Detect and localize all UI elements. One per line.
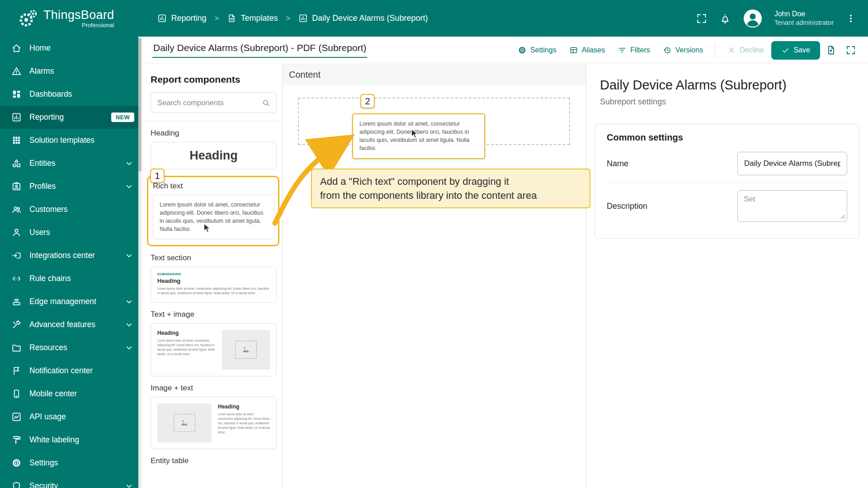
versions-history-icon xyxy=(663,46,672,55)
section-label-entity-table: Entity table xyxy=(151,456,277,465)
fullscreen-icon xyxy=(696,13,708,24)
fullscreen-button[interactable] xyxy=(696,13,708,24)
report-title: Daily Device Alarms (Subreport) - PDF (S… xyxy=(152,42,367,58)
component-card-rich-text[interactable]: Lorem ipsum dolor sit amet, consectetur … xyxy=(153,195,274,239)
component-card-image-text[interactable]: Heading Lorem ipsum dolor sit amet, cons… xyxy=(151,397,277,449)
sidebar-item-settings[interactable]: Settings xyxy=(0,451,142,474)
content-header: Content xyxy=(283,64,586,85)
sidebar-item-users[interactable]: Users xyxy=(0,221,142,244)
sidebar-item-label: Dashboards xyxy=(29,89,72,99)
image-placeholder xyxy=(222,330,270,370)
sidebar-item-label: Resources xyxy=(29,343,67,352)
api-usage-chart-icon xyxy=(11,412,22,422)
text-image-text: Heading Lorem ipsum dolor sit amet, cons… xyxy=(157,330,216,357)
save-button[interactable]: Save xyxy=(771,41,820,60)
sidebar-item-label: Home xyxy=(29,43,51,53)
breadcrumb-label: Templates xyxy=(241,14,278,23)
sidebar-item-edge-management[interactable]: Edge management xyxy=(0,290,142,313)
description-textarea[interactable]: Set xyxy=(737,190,847,222)
app-root: ThingsBoard Professional Reporting > Tem… xyxy=(0,0,868,488)
decline-button[interactable]: Decline xyxy=(722,42,769,58)
breadcrumb-item-subreport[interactable]: Daily Device Alarms (Subreport) xyxy=(298,14,428,23)
sidebar: Home Alarms Dashboards Reporting NEW Sol… xyxy=(0,37,142,488)
sidebar-item-customers[interactable]: Customers xyxy=(0,198,142,221)
sidebar-item-profiles[interactable]: Profiles xyxy=(0,175,142,198)
breadcrumb-item-templates[interactable]: Templates xyxy=(227,14,278,23)
settings-button[interactable]: Settings xyxy=(512,42,562,58)
generate-report-button[interactable] xyxy=(822,41,840,59)
sidebar-item-mobile-center[interactable]: Mobile center xyxy=(0,382,142,405)
sidebar-item-integrations-center[interactable]: Integrations center xyxy=(0,244,142,267)
customers-icon xyxy=(11,204,22,215)
text-section-heading: Heading xyxy=(157,277,270,284)
sidebar-item-label: Notification center xyxy=(29,366,93,375)
sidebar-item-security[interactable]: Security xyxy=(0,474,142,488)
sidebar-item-reporting[interactable]: Reporting NEW xyxy=(0,106,142,129)
sidebar-item-label: Settings xyxy=(29,458,58,468)
dashboards-icon xyxy=(11,89,22,99)
sidebar-item-rule-chains[interactable]: Rule chains xyxy=(0,267,142,290)
step-2-badge: 2 xyxy=(360,94,375,108)
filters-button-label: Filters xyxy=(630,46,650,54)
sidebar-item-label: Mobile center xyxy=(29,389,77,399)
name-input[interactable] xyxy=(737,152,847,175)
sidebar-item-notification-center[interactable]: Notification center xyxy=(0,359,142,382)
sidebar-item-solution-templates[interactable]: Solution templates xyxy=(0,129,142,152)
sidebar-item-label: Rule chains xyxy=(29,274,71,283)
user-name: John Doe xyxy=(774,9,834,19)
component-card-text-section[interactable]: SUBHEADING Heading Lorem ipsum dolor sit… xyxy=(151,267,277,303)
sidebar-item-entities[interactable]: Entities xyxy=(0,152,142,175)
component-card-text-image[interactable]: Heading Lorem ipsum dolor sit amet, cons… xyxy=(151,323,277,376)
common-settings-title: Common settings xyxy=(607,132,847,143)
section-label-rich-text: Rich text xyxy=(153,182,274,191)
sidebar-item-api-usage[interactable]: API usage xyxy=(0,405,142,428)
brand-text: ThingsBoard Professional xyxy=(43,8,114,28)
filters-button[interactable]: Filters xyxy=(612,42,656,58)
dropped-rich-text-component[interactable]: Lorem ipsum dolor sit amet, consectetur … xyxy=(352,113,485,159)
content-area: Content 2 Lorem ipsum dolor sit amet, co… xyxy=(283,64,586,488)
description-row: Description Set xyxy=(607,183,847,229)
sidebar-item-white-labeling[interactable]: White labeling xyxy=(0,428,142,451)
filters-icon xyxy=(618,46,627,55)
templates-icon xyxy=(227,14,236,23)
report-toolbar: Daily Device Alarms (Subreport) - PDF (S… xyxy=(142,37,868,64)
image-placeholder-frame xyxy=(174,414,195,432)
settings-gear-icon xyxy=(11,458,22,468)
text-image-heading: Heading xyxy=(157,330,216,336)
content-title: Content xyxy=(289,70,321,80)
image-text-body: Lorem ipsum dolor sit amet, consectetur … xyxy=(218,412,270,435)
sidebar-item-alarms[interactable]: Alarms xyxy=(0,60,142,83)
common-settings-card: Common settings Name Description Set xyxy=(594,124,859,239)
sidebar-item-resources[interactable]: Resources xyxy=(0,336,142,359)
thingsboard-logo[interactable]: ThingsBoard Professional xyxy=(18,8,114,28)
sidebar-item-label: Reporting xyxy=(29,113,64,122)
toolbar-actions: Settings Aliases Filters Versions Declin… xyxy=(512,41,860,60)
breadcrumb-label: Reporting xyxy=(171,14,206,23)
notifications-button[interactable] xyxy=(719,13,731,24)
breadcrumb-item-reporting[interactable]: Reporting xyxy=(157,14,206,23)
subreport-icon xyxy=(298,14,308,23)
versions-button[interactable]: Versions xyxy=(657,42,708,58)
user-info: John Doe Tenant administrator xyxy=(774,9,834,27)
new-badge: NEW xyxy=(111,113,134,122)
component-card-heading[interactable]: Heading xyxy=(151,142,277,169)
save-check-icon xyxy=(781,46,790,55)
more-menu-button[interactable] xyxy=(845,13,856,24)
textarea-resize-icon[interactable] xyxy=(840,214,845,219)
notifications-bell-icon xyxy=(719,13,731,24)
sidebar-item-label: Alarms xyxy=(29,66,54,76)
search-input[interactable] xyxy=(157,99,258,107)
sidebar-item-home[interactable]: Home xyxy=(0,37,142,60)
sidebar-scrollbar-thumb[interactable] xyxy=(138,38,142,171)
alarms-warning-icon xyxy=(11,66,22,76)
sidebar-item-advanced-features[interactable]: Advanced features xyxy=(0,313,142,336)
aliases-button[interactable]: Aliases xyxy=(564,42,611,58)
sidebar-item-label: API usage xyxy=(29,412,66,422)
user-avatar-icon[interactable] xyxy=(743,9,763,28)
text-section-body: Lorem ipsum dolor sit amet, consectetur … xyxy=(157,286,270,296)
users-icon xyxy=(11,227,22,238)
sidebar-scrollbar[interactable] xyxy=(138,37,142,488)
section-label-image-text: Image + text xyxy=(151,384,277,393)
sidebar-item-dashboards[interactable]: Dashboards xyxy=(0,83,142,106)
toolbar-fullscreen-button[interactable] xyxy=(842,41,860,59)
